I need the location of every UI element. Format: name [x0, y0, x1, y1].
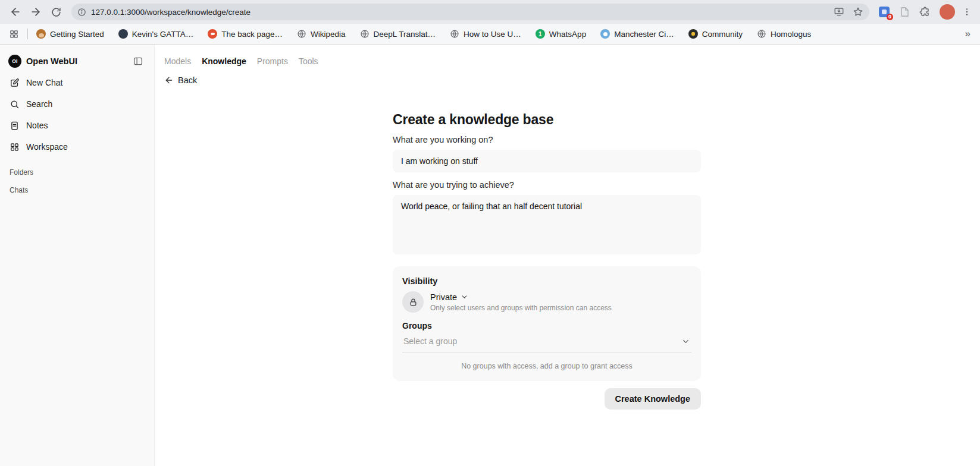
bookmark-label: Wikipedia: [311, 30, 346, 39]
extension-blue-icon[interactable]: 0: [878, 5, 891, 18]
sidebar-item-search[interactable]: Search: [0, 93, 154, 115]
browser-toolbar: 127.0.0.1:3000/workspace/knowledge/creat…: [0, 0, 980, 24]
bookmark-manchester-city[interactable]: Manchester Ci…: [598, 27, 677, 40]
group-select-dropdown[interactable]: Select a group: [402, 331, 691, 352]
groups-section-label: Groups: [402, 321, 691, 331]
sidebar-item-label: Notes: [26, 121, 48, 130]
globe-favicon: [450, 29, 459, 39]
extension-badge: 0: [887, 14, 893, 20]
bookmark-label: Manchester Ci…: [614, 30, 674, 39]
name-field-label: What are you working on?: [393, 134, 701, 145]
sidebar-section-label: Chats: [10, 186, 28, 194]
sidebar-item-label: Search: [26, 99, 52, 109]
bookmark-label: WhatsApp: [549, 30, 586, 39]
page-title: Create a knowledge base: [393, 111, 701, 128]
create-knowledge-button[interactable]: Create Knowledge: [605, 388, 702, 410]
back-arrow-icon: [10, 6, 21, 18]
page: OI Open WebUI New Chat Search Notes: [0, 45, 980, 466]
mancity-favicon: [600, 29, 610, 39]
tab-models[interactable]: Models: [164, 56, 191, 66]
visibility-description: Only select users and groups with permis…: [430, 304, 612, 312]
bookmark-label: Getting Started: [50, 30, 104, 39]
sidebar-item-new-chat[interactable]: New Chat: [0, 72, 154, 93]
monkey-favicon: [36, 29, 46, 39]
reload-button[interactable]: [46, 2, 65, 21]
install-app-icon[interactable]: [834, 7, 844, 17]
visibility-section-label: Visibility: [402, 276, 691, 286]
group-select-placeholder: Select a group: [403, 336, 457, 346]
apps-grid-icon: [9, 29, 19, 39]
url-text[interactable]: 127.0.0.1:3000/workspace/knowledge/creat…: [91, 8, 829, 17]
puzzle-icon: [919, 7, 931, 18]
kebab-menu-icon: [962, 7, 972, 17]
chevron-down-icon: [461, 293, 468, 301]
community-favicon: [688, 29, 698, 39]
apps-grid-button[interactable]: [6, 26, 21, 42]
sidebar-section-folders[interactable]: Folders: [0, 163, 154, 181]
groups-empty-message: No groups with access, add a group to gr…: [402, 362, 691, 370]
visibility-selected-value: Private: [430, 292, 457, 302]
tab-knowledge[interactable]: Knowledge: [202, 56, 246, 66]
bookmarks-bar: Getting Started Kevin's GATTA… The back …: [0, 24, 980, 45]
bookmark-community[interactable]: Community: [686, 27, 745, 40]
bookmark-kevins-gatta[interactable]: Kevin's GATTA…: [116, 27, 196, 40]
description-textarea[interactable]: World peace, or failing that an half dec…: [393, 195, 701, 254]
reload-icon: [51, 7, 61, 17]
forward-button[interactable]: [26, 2, 45, 21]
bookmarks-overflow-chevron[interactable]: »: [962, 28, 974, 40]
extensions-puzzle-icon[interactable]: [918, 5, 931, 18]
create-knowledge-form: Create a knowledge base What are you wor…: [393, 111, 701, 410]
sidebar-section-label: Folders: [10, 168, 33, 177]
tab-prompts[interactable]: Prompts: [257, 56, 288, 66]
address-bar[interactable]: 127.0.0.1:3000/workspace/knowledge/creat…: [71, 4, 869, 20]
sidebar-item-workspace[interactable]: Workspace: [0, 136, 154, 158]
new-chat-icon: [10, 78, 20, 88]
bookmark-getting-started[interactable]: Getting Started: [34, 27, 107, 40]
workspace-icon: [10, 142, 20, 152]
globe-favicon: [757, 29, 766, 39]
bookmark-label: How to Use U…: [464, 30, 521, 39]
sidebar: OI Open WebUI New Chat Search Notes: [0, 45, 155, 466]
bookmark-label: Homologus: [771, 30, 811, 39]
sidebar-section-chats[interactable]: Chats: [0, 181, 154, 199]
bookmark-how-to-use[interactable]: How to Use U…: [447, 27, 524, 40]
browser-menu-button[interactable]: [960, 4, 974, 20]
bookmark-homologus[interactable]: Homologus: [754, 27, 813, 40]
workspace-tabs: Models Knowledge Prompts Tools: [164, 55, 980, 67]
globe-favicon: [297, 29, 306, 39]
extension-document-icon[interactable]: [898, 5, 911, 18]
sidebar-item-label: New Chat: [26, 78, 62, 87]
access-control-card: Visibility Private Only select users and…: [393, 266, 701, 381]
whatsapp-favicon: 1: [536, 29, 545, 39]
site-info-icon[interactable]: [77, 8, 86, 17]
name-input[interactable]: [393, 150, 701, 172]
bookmark-the-back-page[interactable]: The back page…: [205, 27, 285, 40]
tab-tools[interactable]: Tools: [299, 56, 318, 66]
bookmark-label: Community: [702, 30, 743, 39]
profile-avatar[interactable]: [940, 4, 955, 20]
bookmark-deepl[interactable]: DeepL Translat…: [358, 27, 439, 40]
back-button[interactable]: [6, 2, 25, 21]
bookmark-label: Kevin's GATTA…: [132, 30, 193, 39]
back-link[interactable]: Back: [164, 74, 197, 86]
description-field-label: What are you trying to achieve?: [393, 180, 701, 190]
sidebar-item-label: Workspace: [26, 142, 68, 152]
notes-icon: [10, 121, 20, 131]
document-icon: [899, 7, 910, 17]
sidebar-item-notes[interactable]: Notes: [0, 115, 154, 136]
bookmarks-separator: [27, 29, 28, 39]
sidebar-toggle-icon: [133, 56, 143, 67]
bookmark-wikipedia[interactable]: Wikipedia: [295, 27, 348, 40]
visibility-dropdown[interactable]: Private: [430, 292, 468, 302]
sidebar-toggle-button[interactable]: [131, 55, 145, 68]
forward-arrow-icon: [30, 6, 42, 18]
globe-favicon: [360, 29, 370, 39]
submit-row: Create Knowledge: [393, 388, 701, 410]
visibility-main: Private Only select users and groups wit…: [430, 292, 612, 312]
bookmark-star-icon[interactable]: [853, 7, 863, 17]
back-arrow-icon: [164, 75, 174, 85]
bookmark-whatsapp[interactable]: 1 WhatsApp: [533, 27, 588, 40]
sidebar-header: OI Open WebUI: [0, 51, 154, 72]
back-label: Back: [178, 75, 197, 85]
open-webui-logo: OI: [8, 55, 21, 68]
